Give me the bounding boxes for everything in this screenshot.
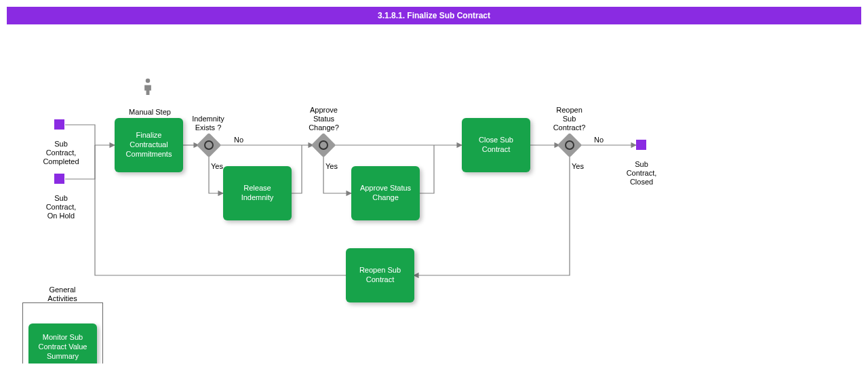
start-event-onhold	[54, 174, 64, 184]
general-activities-frame: Monitor Sub Contract Value Summary	[22, 302, 103, 364]
gateway-reopen	[557, 133, 583, 158]
gateway-approve-status	[311, 133, 336, 158]
edge-reopen-yes: Yes	[572, 162, 584, 171]
edge-indemnity-yes: Yes	[211, 162, 223, 171]
task-approve-status-change-label: Approve Status Change	[355, 184, 416, 203]
diagram-canvas: Sub Contract, Completed Sub Contract, On…	[0, 24, 854, 364]
general-activities-label: General Activities	[42, 286, 83, 303]
task-approve-status-change: Approve Status Change	[351, 166, 420, 220]
task-release-indemnity: Release Indemnity	[223, 166, 292, 220]
start-event-onhold-label: Sub Contract, On Hold	[41, 194, 81, 221]
end-event-closed-label: Sub Contract, Closed	[621, 160, 662, 187]
task-finalize-label: Finalize Contractual Commitments	[119, 131, 179, 159]
task-close-sub-contract-label: Close Sub Contract	[466, 136, 526, 155]
diagram-title: 3.1.8.1. Finalize Sub Contract	[378, 11, 490, 20]
gateway-indemnity-exists-label: Indemnity Exists ?	[188, 115, 229, 132]
edge-approve-yes: Yes	[326, 162, 338, 171]
task-monitor-value-summary-label: Monitor Sub Contract Value Summary	[33, 333, 93, 361]
svg-point-0	[146, 79, 151, 83]
task-finalize: Finalize Contractual Commitments	[115, 118, 183, 172]
edge-reopen-no: No	[594, 136, 604, 144]
task-reopen-sub-contract: Reopen Sub Contract	[346, 248, 414, 302]
gateway-approve-status-label: Approve Status Change?	[305, 106, 342, 133]
end-event-closed	[636, 140, 646, 150]
manual-step-label: Manual Step	[123, 108, 177, 117]
task-reopen-sub-contract-label: Reopen Sub Contract	[350, 266, 410, 285]
edge-indemnity-no: No	[234, 136, 243, 144]
task-release-indemnity-label: Release Indemnity	[227, 184, 288, 203]
gateway-reopen-label: Reopen Sub Contract?	[551, 106, 588, 133]
connector-layer	[0, 24, 854, 364]
start-event-completed	[54, 119, 64, 130]
user-icon	[141, 77, 155, 95]
task-close-sub-contract: Close Sub Contract	[462, 118, 530, 172]
diagram-title-bar: 3.1.8.1. Finalize Sub Contract	[7, 7, 861, 24]
start-event-completed-label: Sub Contract, Completed	[41, 140, 81, 167]
gateway-indemnity-exists	[197, 133, 222, 158]
task-monitor-value-summary: Monitor Sub Contract Value Summary	[28, 323, 97, 364]
